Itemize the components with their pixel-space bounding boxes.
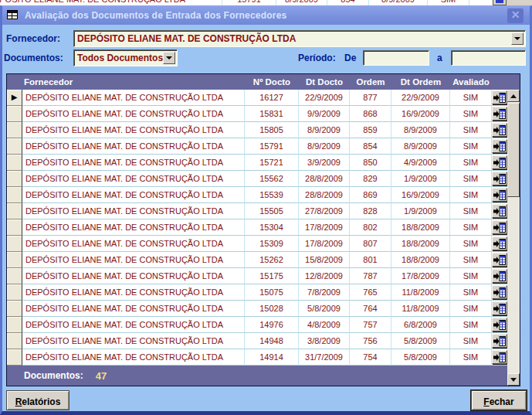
record-selector[interactable]: ▶ [7,349,22,366]
column-header-ordem[interactable]: Ordem [350,77,391,87]
table-row[interactable]: ▶ DEPÓSITO ELIANE MAT. DE CONSTRUÇÃO LTD… [7,349,507,366]
cell-dt-docto: 4/8/2009 [299,317,350,333]
goto-record-icon [493,304,506,314]
record-selector[interactable]: ▶ [7,171,22,187]
cell-action [492,203,507,219]
column-header-fornecedor[interactable]: Fornecedor [7,77,245,87]
record-selector[interactable]: ▶ [7,252,22,268]
goto-record-button[interactable] [492,172,507,185]
table-row[interactable]: ▶ DEPÓSITO ELIANE MAT. DE CONSTRUÇÃO LTD… [7,252,507,268]
goto-record-button[interactable] [492,350,507,364]
record-selector[interactable]: ▶ [7,155,22,171]
cell-action [492,187,507,203]
documentos-dropdown-button[interactable] [163,52,175,64]
cell-avaliado: SIM [450,284,492,301]
table-row[interactable]: ▶ DEPÓSITO ELIANE MAT. DE CONSTRUÇÃO LTD… [7,90,507,106]
scroll-down-button[interactable] [507,373,520,386]
cell-dt-docto: 22/9/2009 [299,90,350,106]
record-selector[interactable]: ▶ [7,284,22,301]
table-row[interactable]: ▶ DEPÓSITO ELIANE MAT. DE CONSTRUÇÃO LTD… [7,122,507,138]
cell-dt-ordem: 16/9/2009 [391,106,450,122]
goto-record-button[interactable] [492,107,507,121]
column-header-dt-docto[interactable]: Dt Docto [299,77,350,87]
record-selector[interactable]: ▶ [7,106,22,122]
fechar-button[interactable]: Fechar [471,390,527,410]
table-row[interactable]: ▶ DEPÓSITO ELIANE MAT. DE CONSTRUÇÃO LTD… [7,203,507,219]
scroll-up-button[interactable] [507,90,520,102]
current-record-icon: ▶ [12,93,18,101]
cell-dt-ordem: 8/9/2009 [391,122,450,138]
table-row[interactable]: ▶ DEPÓSITO ELIANE MAT. DE CONSTRUÇÃO LTD… [7,106,507,122]
title-bar[interactable]: Avaliação dos Documentos de Entrada dos … [2,6,530,25]
table-row[interactable]: ▶ DEPÓSITO ELIANE MAT. DE CONSTRUÇÃO LTD… [7,317,507,333]
table-row[interactable]: ▶ DEPÓSITO ELIANE MAT. DE CONSTRUÇÃO LTD… [7,171,507,187]
table-row[interactable]: ▶ DEPÓSITO ELIANE MAT. DE CONSTRUÇÃO LTD… [7,236,507,252]
record-selector[interactable]: ▶ [7,333,22,349]
record-selector[interactable]: ▶ [7,122,22,138]
cell-dt-ordem: 22/9/2009 [391,90,450,106]
goto-record-button[interactable] [492,123,507,137]
cell-dt-docto: 3/9/2009 [299,155,350,171]
table-row[interactable]: ▶ DEPÓSITO ELIANE MAT. DE CONSTRUÇÃO LTD… [7,187,507,203]
record-selector[interactable]: ▶ [7,219,22,236]
cell-n-docto: 14976 [245,317,299,333]
column-header-avaliado[interactable]: Avaliado [450,77,492,87]
goto-record-button[interactable] [492,285,507,299]
record-selector[interactable]: ▶ [7,301,22,317]
fornecedor-dropdown-button[interactable] [511,32,524,45]
record-selector[interactable]: ▶ [7,236,22,252]
goto-record-button[interactable] [492,188,507,202]
goto-record-button[interactable] [492,204,507,218]
goto-record-button[interactable] [492,253,507,267]
periodo-de-input[interactable] [363,50,429,66]
table-header: Fornecedor Nº Docto Dt Docto Ordem Dt Or… [7,74,520,90]
table-row[interactable]: ▶ DEPÓSITO ELIANE MAT. DE CONSTRUÇÃO LTD… [7,268,507,284]
cell-dt-ordem: 6/8/2009 [391,317,450,333]
goto-record-button[interactable] [492,334,507,348]
fornecedor-combobox[interactable]: DEPÓSITO ELIANE MAT. DE CONSTRUÇÃO LTDA [73,30,526,47]
record-selector[interactable]: ▶ [7,187,22,203]
table-row[interactable]: ▶ DEPÓSITO ELIANE MAT. DE CONSTRUÇÃO LTD… [7,284,507,301]
record-selector[interactable]: ▶ [7,90,22,106]
cell-n-docto: 15805 [245,122,299,138]
record-selector[interactable]: ▶ [7,317,22,333]
goto-record-button[interactable] [492,155,507,169]
column-header-n-docto[interactable]: Nº Docto [245,77,299,87]
scrollbar-thumb[interactable] [507,103,520,197]
cell-dt-ordem: 5/8/2009 [391,349,450,366]
goto-record-button[interactable] [492,236,507,250]
bg-cell-fornecedor: DEPÓSITO ELIANE MAT. DE CONSTRUÇÃO LTDA [0,0,222,5]
table-row[interactable]: ▶ DEPÓSITO ELIANE MAT. DE CONSTRUÇÃO LTD… [7,333,507,349]
table-row[interactable]: ▶ DEPÓSITO ELIANE MAT. DE CONSTRUÇÃO LTD… [7,138,507,155]
cell-avaliado: SIM [450,252,492,268]
cell-avaliado: SIM [450,203,492,219]
cell-ordem: 807 [350,236,391,252]
goto-record-button[interactable] [492,269,507,283]
goto-record-button[interactable] [492,90,507,104]
goto-record-button[interactable] [492,301,507,315]
cell-dt-ordem: 1/9/2009 [391,203,450,219]
cell-ordem: 754 [350,349,391,366]
table-row[interactable]: ▶ DEPÓSITO ELIANE MAT. DE CONSTRUÇÃO LTD… [7,219,507,236]
cell-fornecedor: DEPÓSITO ELIANE MAT. DE CONSTRUÇÃO LTDA [22,90,245,106]
vertical-scrollbar[interactable] [507,90,520,386]
column-header-dt-ordem[interactable]: Dt Ordem [391,77,450,87]
table-row[interactable]: ▶ DEPÓSITO ELIANE MAT. DE CONSTRUÇÃO LTD… [7,155,507,171]
goto-record-button[interactable] [492,220,507,234]
record-selector[interactable]: ▶ [7,138,22,155]
close-button[interactable]: ✕ [507,8,524,23]
documentos-combobox[interactable]: Todos Documentos [73,49,178,66]
record-selector[interactable]: ▶ [7,203,22,219]
cell-ordem: 801 [350,252,391,268]
record-selector[interactable]: ▶ [7,268,22,284]
periodo-a-input[interactable] [451,50,526,66]
cell-avaliado: SIM [450,349,492,366]
cell-action [492,284,507,301]
cell-dt-ordem: 17/8/2009 [391,268,450,284]
documentos-count-value: 47 [96,370,107,382]
cell-n-docto: 14914 [245,349,299,366]
goto-record-button[interactable] [492,318,507,332]
relatorios-button[interactable]: Relatórios [6,390,69,410]
table-row[interactable]: ▶ DEPÓSITO ELIANE MAT. DE CONSTRUÇÃO LTD… [7,301,507,317]
goto-record-button[interactable] [492,139,507,153]
